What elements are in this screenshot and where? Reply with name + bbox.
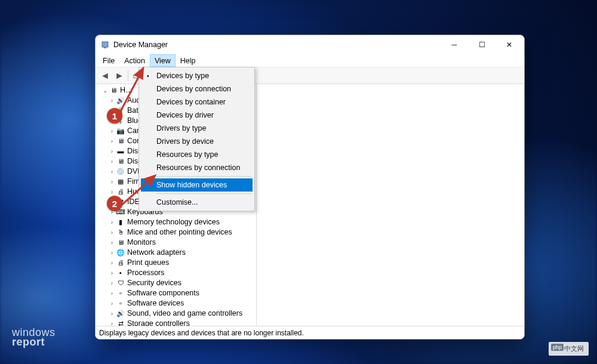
- view-menu-item[interactable]: Resources by type: [141, 148, 253, 161]
- callout-2: 2: [107, 196, 122, 211]
- device-category-icon: 🔊: [116, 310, 125, 318]
- menu-file[interactable]: File: [98, 54, 119, 67]
- device-category-icon: 📷: [116, 127, 125, 135]
- device-category-icon: 🛡: [116, 279, 125, 288]
- device-category-icon: 🖨: [116, 188, 125, 196]
- expander-icon[interactable]: ›: [109, 288, 115, 298]
- view-menu-item[interactable]: Devices by type: [141, 69, 253, 82]
- device-category-icon: 🌐: [116, 249, 125, 257]
- device-category-icon: 🖱: [116, 229, 125, 237]
- expander-icon[interactable]: ›: [109, 146, 115, 156]
- tree-node-label: Software devices: [127, 298, 184, 309]
- view-menu-item[interactable]: Resources by connection: [141, 161, 253, 174]
- tree-node[interactable]: ›🖱Mice and other pointing devices: [98, 227, 256, 237]
- svg-rect-1: [104, 47, 106, 48]
- expander-icon[interactable]: ›: [109, 166, 115, 177]
- tree-node-label: Security devices: [127, 278, 181, 288]
- view-menu-item[interactable]: Customise...: [141, 196, 253, 209]
- expander-icon[interactable]: ⌄: [101, 85, 108, 95]
- tree-node[interactable]: ›▮Memory technology devices: [98, 217, 256, 227]
- tree-node[interactable]: ›▫Software components: [98, 288, 256, 298]
- tree-node[interactable]: ›🌐Network adapters: [98, 248, 256, 258]
- device-category-icon: ▪: [116, 269, 125, 277]
- titlebar[interactable]: Device Manager ─ ☐ ✕: [96, 35, 524, 54]
- menu-view[interactable]: View: [150, 54, 176, 67]
- svg-rect-0: [102, 42, 108, 47]
- tree-node-label: Processors: [127, 268, 165, 278]
- view-menu-item[interactable]: Devices by connection: [141, 82, 253, 95]
- computer-icon: 🖥: [109, 87, 118, 95]
- expander-icon[interactable]: ›: [109, 319, 115, 326]
- arrow-left-icon: ◄: [100, 70, 110, 81]
- view-menu-item[interactable]: Devices by container: [141, 95, 253, 109]
- maximize-button[interactable]: ☐: [468, 35, 496, 54]
- view-menu-item[interactable]: Drivers by type: [141, 122, 253, 135]
- device-category-icon: 💿: [116, 168, 125, 176]
- minimize-button[interactable]: ─: [441, 35, 468, 54]
- tree-node-label: Mice and other pointing devices: [127, 227, 232, 237]
- expander-icon[interactable]: ›: [109, 237, 115, 248]
- expander-icon[interactable]: ›: [109, 298, 115, 309]
- device-category-icon: 🖥: [116, 137, 125, 146]
- expander-icon[interactable]: ›: [109, 309, 115, 319]
- toolbar-separator: [128, 70, 128, 81]
- tree-node-label: Memory technology devices: [127, 217, 220, 227]
- expander-icon[interactable]: ›: [109, 136, 115, 146]
- tree-node[interactable]: ›🛡Security devices: [98, 278, 256, 288]
- expander-icon[interactable]: ›: [109, 268, 115, 278]
- menu-action[interactable]: Action: [119, 54, 150, 67]
- expander-icon[interactable]: ›: [109, 217, 115, 227]
- tree-node-label: Software components: [127, 288, 199, 298]
- tree-node[interactable]: ›🖥Monitors: [98, 237, 256, 248]
- tree-node-label: Sound, video and game controllers: [127, 309, 242, 319]
- toolbar-forward-button[interactable]: ►: [112, 69, 127, 82]
- tree-node-label: Monitors: [127, 237, 156, 248]
- device-category-icon: ▦: [116, 178, 125, 186]
- view-menu-item[interactable]: Show hidden devices: [141, 178, 253, 192]
- device-category-icon: 🖨: [116, 259, 125, 267]
- device-category-icon: ▬: [116, 147, 125, 156]
- device-category-icon: ▫: [116, 289, 125, 298]
- device-category-icon: 🖥: [116, 239, 125, 247]
- tree-root-label: H…: [120, 85, 133, 95]
- tree-node[interactable]: ›▫Software devices: [98, 298, 256, 309]
- callout-1: 1: [107, 108, 122, 124]
- expander-icon[interactable]: ›: [109, 156, 115, 166]
- menubar: File Action View Help: [96, 54, 524, 67]
- window-title: Device Manager: [113, 41, 441, 49]
- tree-node[interactable]: ›⇄Storage controllers: [98, 319, 256, 326]
- view-menu-item[interactable]: Drivers by device: [141, 135, 253, 148]
- expander-icon[interactable]: ›: [109, 258, 115, 268]
- tree-node-label: Print queues: [127, 258, 169, 268]
- device-category-icon: 🖥: [116, 158, 125, 166]
- device-category-icon: ⇄: [116, 320, 125, 326]
- arrow-right-icon: ►: [115, 70, 124, 81]
- menu-separator: [156, 193, 251, 194]
- tree-node-label: Storage controllers: [127, 319, 190, 326]
- device-category-icon: 🔊: [116, 97, 125, 105]
- view-menu-item[interactable]: Devices by driver: [141, 109, 253, 122]
- menu-separator: [156, 176, 251, 177]
- statusbar: Displays legacy devices and devices that…: [96, 326, 524, 339]
- close-button[interactable]: ✕: [496, 35, 523, 54]
- expander-icon[interactable]: ›: [109, 227, 115, 237]
- tree-node[interactable]: ›🔊Sound, video and game controllers: [98, 309, 256, 319]
- detail-pane: [257, 84, 524, 326]
- app-icon: [100, 40, 110, 50]
- device-category-icon: ▮: [116, 218, 125, 227]
- device-category-icon: ▫: [116, 300, 125, 308]
- menu-help[interactable]: Help: [176, 54, 201, 67]
- view-menu-dropdown: Devices by typeDevices by connectionDevi…: [139, 67, 255, 211]
- statusbar-text: Displays legacy devices and devices that…: [99, 329, 304, 337]
- expander-icon[interactable]: ›: [109, 95, 115, 106]
- expander-icon[interactable]: ›: [109, 278, 115, 288]
- watermark-windows-report: windows report: [12, 327, 56, 347]
- expander-icon[interactable]: ›: [109, 177, 115, 187]
- expander-icon[interactable]: ›: [109, 248, 115, 258]
- tree-node-label: Network adapters: [127, 248, 186, 258]
- expander-icon[interactable]: ›: [109, 126, 115, 136]
- toolbar-back-button[interactable]: ◄: [98, 69, 112, 82]
- watermark-php-cn: 中文网: [549, 342, 589, 356]
- tree-node[interactable]: ›🖨Print queues: [98, 258, 256, 268]
- tree-node[interactable]: ›▪Processors: [98, 268, 256, 278]
